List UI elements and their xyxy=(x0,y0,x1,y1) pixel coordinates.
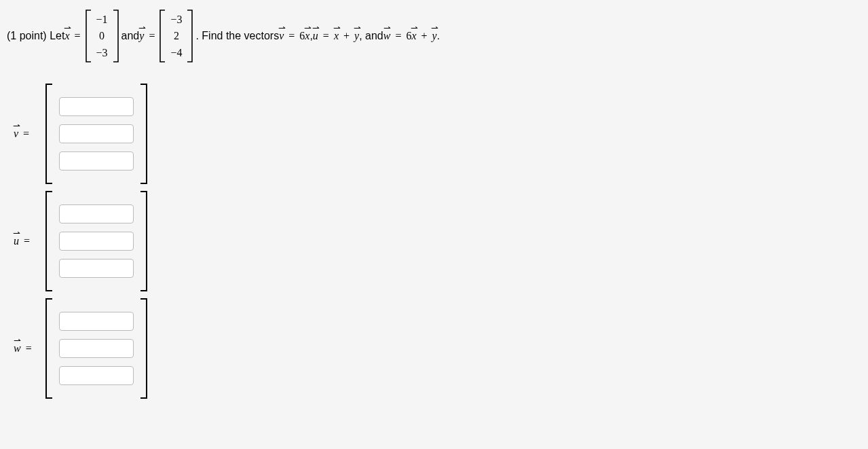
y-vector-symbol: y⇀ = xyxy=(139,30,157,42)
v-definition: v⇀ = 6x⇀ xyxy=(279,30,309,42)
left-bracket-icon xyxy=(84,10,92,62)
right-bracket-icon xyxy=(186,10,194,62)
w-answer-matrix xyxy=(44,298,149,399)
points-text: (1 point) Let xyxy=(7,30,64,42)
v-answer-matrix xyxy=(44,83,149,185)
x-matrix: −1 0 −3 xyxy=(84,10,120,62)
u-answer-row: u⇀ = xyxy=(14,190,861,292)
w-input-2[interactable] xyxy=(59,339,134,358)
u-input-3[interactable] xyxy=(59,259,134,278)
w-definition: w⇀ = 6x⇀ + y⇀ xyxy=(383,30,437,42)
u-input-1[interactable] xyxy=(59,204,134,223)
left-bracket-icon xyxy=(44,83,54,185)
y-matrix: −3 2 −4 xyxy=(158,10,194,62)
left-bracket-icon xyxy=(44,190,54,292)
x-vector-symbol: x⇀ = xyxy=(64,30,82,42)
comma-and: , and xyxy=(359,30,383,42)
u-answer-matrix xyxy=(44,190,149,292)
period: . xyxy=(437,30,440,42)
find-text: . Find the vectors xyxy=(195,30,279,42)
w-input-1[interactable] xyxy=(59,312,134,331)
w-label: w⇀ = xyxy=(14,342,44,355)
u-input-2[interactable] xyxy=(59,232,134,251)
v-answer-row: v⇀ = xyxy=(14,83,861,185)
problem-statement: (1 point) Let x⇀ = −1 0 −3 and y⇀ = xyxy=(7,10,861,62)
right-bracket-icon xyxy=(139,298,149,399)
x-matrix-cell: 0 xyxy=(96,28,108,43)
v-label: v⇀ = xyxy=(14,128,44,140)
u-label: u⇀ = xyxy=(14,235,44,247)
right-bracket-icon xyxy=(112,10,120,62)
right-bracket-icon xyxy=(139,190,149,292)
left-bracket-icon xyxy=(44,298,54,399)
right-bracket-icon xyxy=(139,83,149,185)
x-matrix-cell: −3 xyxy=(96,45,108,60)
problem-page: (1 point) Let x⇀ = −1 0 −3 and y⇀ = xyxy=(0,0,868,425)
w-input-3[interactable] xyxy=(59,366,134,385)
x-matrix-cell: −1 xyxy=(96,12,108,27)
and-text: and xyxy=(121,30,140,42)
y-matrix-cell: −4 xyxy=(170,45,182,60)
v-input-3[interactable] xyxy=(59,151,134,170)
w-answer-row: w⇀ = xyxy=(14,298,861,399)
y-matrix-cell: 2 xyxy=(170,28,182,43)
v-input-2[interactable] xyxy=(59,124,134,143)
v-input-1[interactable] xyxy=(59,97,134,116)
y-matrix-cell: −3 xyxy=(170,12,182,27)
left-bracket-icon xyxy=(158,10,166,62)
u-definition: u⇀ = x⇀ + y⇀ xyxy=(313,30,359,42)
